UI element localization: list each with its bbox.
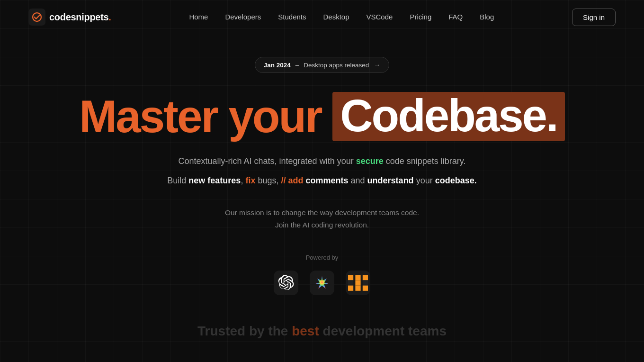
nav-pricing[interactable]: Pricing	[410, 13, 431, 21]
build-new-features: new features	[188, 176, 241, 185]
openai-icon	[274, 271, 298, 295]
banner-separator: –	[295, 62, 299, 69]
nav-links-list: Home Developers Students Desktop VSCode …	[189, 13, 494, 21]
trusted-prefix: Trusted by the	[197, 324, 288, 338]
subtitle-text2: code snippets library.	[386, 156, 466, 166]
svg-rect-4	[363, 275, 368, 280]
banner-arrow-icon: →	[374, 61, 380, 69]
build-comma: ,	[241, 176, 243, 185]
logo-icon	[28, 9, 45, 26]
build-your: your	[416, 176, 435, 185]
hero-mission: Our mission is to change the way develop…	[225, 207, 419, 232]
announcement-banner[interactable]: Jan 2024 – Desktop apps released →	[255, 57, 390, 73]
hero-title: Master your Codebase.	[79, 92, 564, 141]
svg-rect-8	[348, 286, 353, 291]
nav-vscode[interactable]: VSCode	[367, 13, 393, 21]
logo-text: codesnippets.	[49, 12, 111, 23]
svg-rect-0	[28, 9, 45, 26]
mission-line2: Join the AI coding revolution.	[275, 221, 369, 229]
subtitle-text1: Contextually-rich AI chats, integrated w…	[178, 156, 353, 166]
navigation: codesnippets. Home Developers Students D…	[0, 0, 644, 34]
trusted-highlight: best	[292, 324, 319, 338]
hero-title-plain: Master your	[79, 94, 321, 139]
build-bugs: bugs,	[258, 176, 281, 185]
svg-rect-10	[363, 286, 368, 291]
hero-subtitle: Contextually-rich AI chats, integrated w…	[178, 154, 465, 168]
build-and: and	[351, 176, 367, 185]
perplexity-icon	[310, 271, 334, 295]
build-fix: fix	[245, 176, 255, 185]
logo-dot: .	[108, 12, 111, 22]
build-codebase: codebase.	[435, 176, 477, 185]
svg-rect-9	[355, 286, 360, 291]
nav-developers[interactable]: Developers	[225, 13, 261, 21]
mistral-icon	[346, 271, 370, 295]
trusted-section-hint: Trusted by the best development teams	[0, 324, 644, 353]
nav-blog[interactable]: Blog	[480, 13, 494, 21]
nav-desktop[interactable]: Desktop	[323, 13, 349, 21]
svg-rect-7	[363, 281, 368, 286]
hero-build-line: Build new features, fix bugs, // add com…	[167, 174, 476, 188]
nav-faq[interactable]: FAQ	[448, 13, 463, 21]
svg-rect-2	[348, 275, 353, 280]
svg-rect-6	[355, 281, 360, 286]
hero-title-box: Codebase.	[332, 92, 564, 141]
nav-home[interactable]: Home	[189, 13, 208, 21]
nav-students[interactable]: Students	[278, 13, 306, 21]
svg-rect-5	[348, 281, 353, 286]
sign-in-button[interactable]: Sign in	[572, 9, 616, 26]
logo-name: codesnippets	[49, 12, 108, 22]
powered-by-icons	[274, 271, 370, 295]
hero-section: Jan 2024 – Desktop apps released → Maste…	[0, 34, 644, 295]
build-text1: Build	[167, 176, 186, 185]
svg-rect-3	[355, 275, 360, 280]
build-comments: comments	[306, 176, 349, 185]
mission-line1: Our mission is to change the way develop…	[225, 208, 419, 217]
powered-by-label: Powered by	[306, 254, 339, 261]
subtitle-green-word: secure	[356, 156, 384, 166]
powered-by-section: Powered by	[274, 254, 370, 295]
build-comment: // add	[281, 176, 303, 185]
build-understand: understand	[367, 176, 414, 185]
banner-date: Jan 2024	[264, 62, 291, 69]
trusted-suffix: development teams	[323, 324, 447, 338]
banner-text: Desktop apps released	[304, 62, 369, 69]
logo-link[interactable]: codesnippets.	[28, 9, 111, 26]
